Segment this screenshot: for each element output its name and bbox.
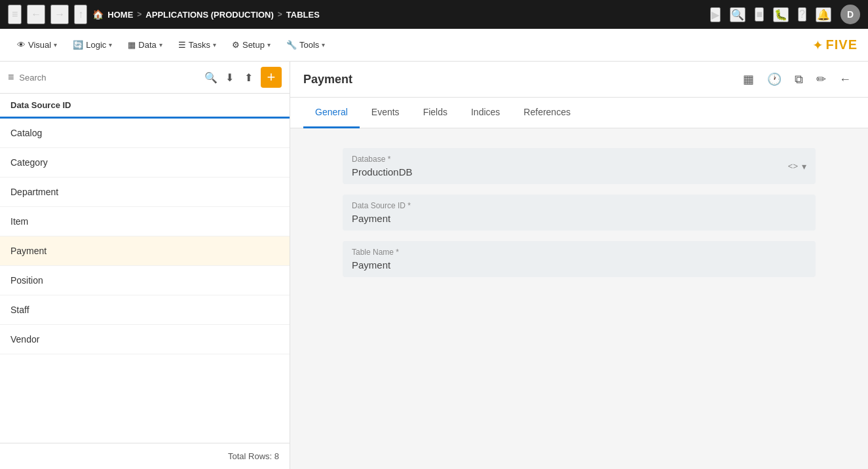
sidebar-download-icon[interactable]: ⬇ xyxy=(223,69,236,86)
data-icon: ▦ xyxy=(128,40,136,50)
search-global-icon[interactable]: 🔍 xyxy=(730,7,745,22)
sidebar-search-icon[interactable]: 🔍 xyxy=(204,71,217,84)
sidebar-list: Catalog Category Department Item Payment… xyxy=(0,119,290,443)
database-label: Database * xyxy=(352,155,413,164)
tab-fields[interactable]: Fields xyxy=(411,98,459,128)
data-menu[interactable]: ▦ Data ▾ xyxy=(121,36,168,54)
forward-nav-icon[interactable]: → xyxy=(50,5,69,24)
sidebar: ≡ 🔍 ⬇ ⬆ + Data Source ID Catalog Categor… xyxy=(0,62,290,469)
grid-view-icon[interactable]: ▦ xyxy=(739,69,758,89)
tablename-field: Table Name * Payment xyxy=(343,241,816,277)
data-label: Data xyxy=(138,40,156,50)
five-text: FIVE xyxy=(826,37,858,52)
sidebar-item-label: Department xyxy=(10,187,58,197)
breadcrumb-tables[interactable]: TABLES xyxy=(286,10,320,20)
logic-arrow: ▾ xyxy=(109,41,112,48)
tab-references[interactable]: References xyxy=(512,98,582,128)
sidebar-item-department[interactable]: Department xyxy=(0,178,290,207)
sidebar-item-vendor[interactable]: Vendor xyxy=(0,325,290,354)
tablename-value: Payment xyxy=(352,259,399,271)
sidebar-item-category[interactable]: Category xyxy=(0,148,290,178)
content-area: Payment ▦ 🕐 ⧉ ✏ ← General Events Fields … xyxy=(290,62,868,469)
sidebar-item-catalog[interactable]: Catalog xyxy=(0,119,290,148)
visual-arrow: ▾ xyxy=(54,41,57,48)
sidebar-add-button[interactable]: + xyxy=(261,67,282,88)
chevron-down-icon[interactable]: ▾ xyxy=(802,161,806,172)
tab-references-label: References xyxy=(523,107,571,117)
sidebar-item-position[interactable]: Position xyxy=(0,266,290,295)
tasks-menu[interactable]: ☰ Tasks ▾ xyxy=(172,36,223,54)
history-icon[interactable]: 🕐 xyxy=(763,69,785,89)
datasource-value: Payment xyxy=(352,213,411,224)
database-field: Database * ProductionDB <> ▾ xyxy=(343,148,816,184)
breadcrumb-sep-2: > xyxy=(278,10,282,19)
sidebar-search-bar: ≡ 🔍 ⬇ ⬆ + xyxy=(0,62,290,94)
sidebar-footer: Total Rows: 8 xyxy=(0,443,290,469)
sidebar-item-label: Item xyxy=(10,216,28,227)
tab-indices[interactable]: Indices xyxy=(459,98,512,128)
tab-general-label: General xyxy=(315,107,348,117)
sidebar-item-label: Catalog xyxy=(10,128,42,138)
content-header: Payment ▦ 🕐 ⧉ ✏ ← xyxy=(290,62,868,98)
tab-general[interactable]: General xyxy=(303,98,360,128)
tab-events[interactable]: Events xyxy=(360,98,411,128)
five-star-icon: ✦ xyxy=(812,37,823,53)
edit-icon[interactable]: ✏ xyxy=(812,69,830,89)
copy-icon[interactable]: ⧉ xyxy=(791,69,807,89)
datasource-field-content: Data Source ID * Payment xyxy=(352,201,411,224)
sidebar-item-label: Staff xyxy=(10,305,29,315)
sidebar-item-item[interactable]: Item xyxy=(0,207,290,236)
home-icon: 🏠 xyxy=(92,9,104,20)
main-layout: ≡ 🔍 ⬇ ⬆ + Data Source ID Catalog Categor… xyxy=(0,62,868,469)
sidebar-item-label: Vendor xyxy=(10,334,39,345)
stop-icon[interactable]: ■ xyxy=(755,7,764,22)
breadcrumb-sep-1: > xyxy=(137,10,142,19)
help-icon[interactable]: ? xyxy=(798,7,806,22)
datasource-field: Data Source ID * Payment xyxy=(343,195,816,231)
menu-icon[interactable]: ≡ xyxy=(8,5,22,24)
setup-menu[interactable]: ⚙ Setup ▾ xyxy=(225,36,277,54)
sidebar-upload-icon[interactable]: ⬆ xyxy=(242,69,255,86)
sidebar-filter-icon[interactable]: ≡ xyxy=(8,71,14,83)
form-area: Database * ProductionDB <> ▾ Data Source… xyxy=(290,128,868,307)
logic-menu[interactable]: 🔄 Logic ▾ xyxy=(66,36,119,54)
setup-arrow: ▾ xyxy=(267,41,271,48)
sidebar-item-staff[interactable]: Staff xyxy=(0,295,290,325)
database-value: ProductionDB xyxy=(352,166,413,178)
bug-icon[interactable]: 🐛 xyxy=(773,7,789,22)
breadcrumb-app[interactable]: APPLICATIONS (PRODUCTION) xyxy=(145,10,273,20)
visual-menu[interactable]: 👁 Visual ▾ xyxy=(10,36,64,54)
tools-menu[interactable]: 🔧 Tools ▾ xyxy=(280,36,331,54)
tools-icon: 🔧 xyxy=(286,40,297,50)
search-input[interactable] xyxy=(19,73,199,83)
tablename-field-content: Table Name * Payment xyxy=(352,248,399,271)
bell-icon[interactable]: 🔔 xyxy=(816,7,831,22)
content-header-icons: ▦ 🕐 ⧉ ✏ ← xyxy=(739,69,855,89)
top-nav-left: ≡ ← → ↑ 🏠 HOME > APPLICATIONS (PRODUCTIO… xyxy=(8,5,705,24)
avatar[interactable]: D xyxy=(840,5,860,24)
sidebar-item-payment[interactable]: Payment xyxy=(0,236,290,266)
sidebar-item-label: Position xyxy=(10,275,43,286)
visual-label: Visual xyxy=(28,40,51,50)
five-logo-area: ✦ FIVE xyxy=(812,37,858,53)
breadcrumb: 🏠 HOME > APPLICATIONS (PRODUCTION) > TAB… xyxy=(92,9,320,20)
tablename-input-wrapper: Table Name * Payment xyxy=(343,241,816,277)
code-icon: <> xyxy=(788,161,798,172)
database-field-content: Database * ProductionDB xyxy=(352,155,413,178)
secondary-toolbar: 👁 Visual ▾ 🔄 Logic ▾ ▦ Data ▾ ☰ Tasks ▾ … xyxy=(0,29,868,62)
close-back-icon[interactable]: ← xyxy=(835,69,855,89)
datasource-label: Data Source ID * xyxy=(352,201,411,210)
back-nav-icon[interactable]: ← xyxy=(27,5,45,24)
up-nav-icon[interactable]: ↑ xyxy=(74,5,87,24)
top-nav-right: ▶ 🔍 ■ 🐛 ? 🔔 D xyxy=(710,5,860,24)
content-title: Payment xyxy=(303,73,352,86)
play-icon[interactable]: ▶ xyxy=(710,7,721,22)
logic-label: Logic xyxy=(86,40,106,50)
breadcrumb-home[interactable]: HOME xyxy=(107,10,133,20)
tab-events-label: Events xyxy=(371,107,400,117)
tablename-label: Table Name * xyxy=(352,248,399,257)
database-field-icons: <> ▾ xyxy=(788,161,806,172)
sidebar-item-label: Payment xyxy=(10,246,47,256)
top-nav: ≡ ← → ↑ 🏠 HOME > APPLICATIONS (PRODUCTIO… xyxy=(0,0,868,29)
tasks-label: Tasks xyxy=(189,40,210,50)
